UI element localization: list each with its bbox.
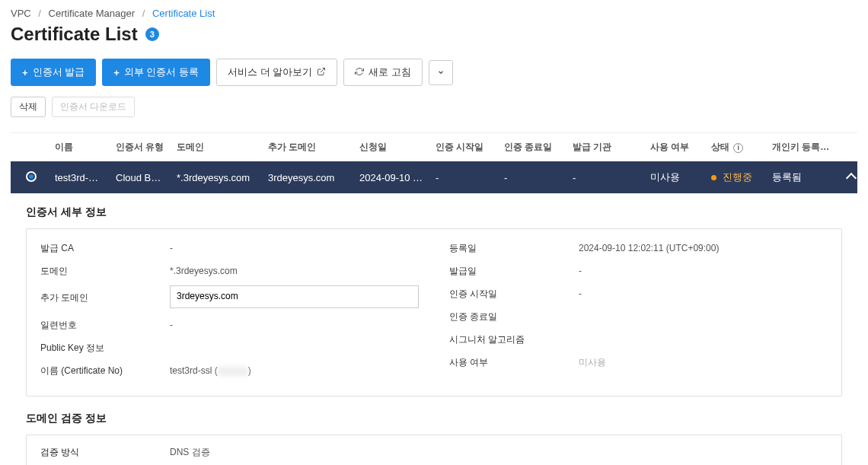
download-cert-button: 인증서 다운로드 [52, 97, 135, 117]
detail-certno-value: test3rd-ssl () [170, 365, 419, 376]
detail-box: 발급 CA- 도메인*.3rdeyesys.com 추가 도메인 일련번호- P… [26, 228, 842, 397]
external-link-icon [317, 67, 326, 78]
detail-usage-value: 미사용 [579, 356, 828, 369]
expand-toggle[interactable] [836, 171, 866, 184]
radio-selected-icon[interactable] [26, 171, 37, 182]
th-extra: 추가 도메인 [263, 141, 355, 154]
cell-issuer: - [568, 172, 637, 183]
cell-request: 2024-09-10 … [355, 172, 431, 183]
cell-domain: *.3rdeyesys.com [172, 172, 263, 183]
breadcrumb-current: Certificate List [152, 8, 215, 19]
more-dropdown-button[interactable] [429, 60, 453, 85]
detail-end-label: 인증 종료일 [449, 311, 579, 323]
masked-value [218, 367, 248, 376]
detail-domain-value: *.3rdeyesys.com [170, 266, 419, 276]
page-title: Certificate List [11, 24, 138, 45]
svg-line-0 [321, 68, 325, 72]
detail-extra-textarea[interactable] [170, 285, 419, 308]
verify-method-value: DNS 검증 [170, 446, 210, 459]
detail-usage-label: 사용 여부 [449, 356, 579, 369]
detail-reg-label: 등록일 [449, 242, 579, 255]
detail-ca-value: - [170, 243, 419, 253]
detail-pk-label: Public Key 정보 [40, 342, 170, 355]
breadcrumb-sep: / [38, 8, 41, 19]
register-ext-cert-button[interactable]: 외부 인증서 등록 [102, 59, 210, 86]
th-domain: 도메인 [172, 141, 263, 154]
status-dot-icon [711, 175, 716, 180]
verify-box: 검증 방식 DNS 검증 DNS 구성에 아래 CNAME 레코드를 추가합니다… [26, 435, 842, 465]
refresh-label: 새로 고침 [369, 65, 411, 79]
table-row[interactable]: test3rd-… Cloud B… *.3rdeyesys.com 3rdey… [11, 161, 857, 193]
delete-button[interactable]: 삭제 [11, 97, 46, 117]
cell-start: - [431, 172, 499, 183]
th-type: 인증서 유형 [111, 141, 172, 154]
breadcrumb-sep: / [142, 8, 145, 19]
detail-reg-value: 2024-09-10 12:02:11 (UTC+09:00) [579, 243, 828, 253]
refresh-icon [355, 67, 364, 78]
breadcrumb-cm[interactable]: Certificate Manager [49, 8, 135, 19]
download-label: 인증서 다운로드 [60, 100, 126, 113]
issue-cert-label: 인증서 발급 [33, 65, 85, 79]
th-request: 신청일 [355, 141, 431, 154]
detail-serial-label: 일련번호 [40, 319, 170, 332]
th-start: 인증 시작일 [431, 141, 499, 154]
plus-icon [113, 67, 120, 78]
learn-more-label: 서비스 더 알아보기 [228, 65, 312, 79]
breadcrumb-vpc[interactable]: VPC [11, 8, 31, 19]
register-ext-label: 외부 인증서 등록 [124, 65, 199, 79]
verify-section-title: 도메인 검증 정보 [26, 412, 842, 425]
cell-status: 진행중 [707, 170, 767, 184]
th-usage: 사용 여부 [646, 141, 707, 154]
refresh-button[interactable]: 새로 고침 [343, 59, 423, 86]
detail-sig-label: 시그니처 알고리즘 [449, 333, 579, 346]
th-status: 상태 i [707, 141, 767, 154]
verify-method-label: 검증 방식 [40, 446, 170, 459]
count-badge: 3 [145, 27, 159, 41]
cell-extra: 3rdeyesys.com [263, 172, 355, 183]
cell-key: 등록됨 [767, 170, 836, 184]
th-end: 인증 종료일 [499, 141, 568, 154]
th-key: 개인키 등록 여부 [767, 141, 836, 154]
detail-serial-value: - [170, 320, 419, 330]
cell-usage: 미사용 [646, 170, 707, 184]
learn-more-button[interactable]: 서비스 더 알아보기 [216, 59, 337, 86]
detail-ca-label: 발급 CA [40, 242, 170, 255]
chevron-up-icon [846, 172, 857, 183]
cell-type: Cloud B… [111, 172, 172, 183]
detail-certno-label: 이름 (Certificate No) [40, 365, 170, 377]
detail-issue-value: - [579, 266, 828, 276]
chevron-down-icon [437, 67, 445, 78]
detail-domain-label: 도메인 [40, 265, 170, 278]
cell-name: test3rd-… [50, 172, 111, 183]
detail-issue-label: 발급일 [449, 265, 579, 278]
breadcrumb: VPC / Certificate Manager / Certificate … [11, 8, 857, 19]
plus-icon [22, 67, 28, 78]
detail-section-title: 인증서 세부 정보 [26, 205, 842, 219]
detail-start-label: 인증 시작일 [449, 288, 579, 301]
detail-extra-label: 추가 도메인 [40, 291, 170, 304]
issue-cert-button[interactable]: 인증서 발급 [11, 59, 96, 86]
detail-start-value: - [579, 288, 828, 299]
info-icon[interactable]: i [733, 143, 743, 153]
th-issuer: 발급 기관 [568, 141, 637, 154]
cell-end: - [499, 172, 568, 183]
delete-label: 삭제 [19, 100, 37, 113]
th-name: 이름 [50, 141, 111, 154]
table-header-row: 이름 인증서 유형 도메인 추가 도메인 신청일 인증 시작일 인증 종료일 발… [11, 132, 857, 161]
